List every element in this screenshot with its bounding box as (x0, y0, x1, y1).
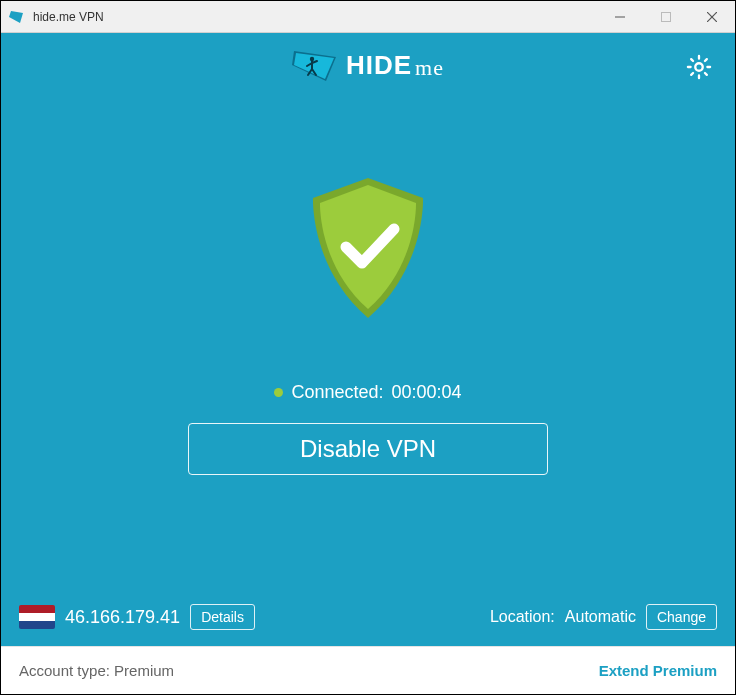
main-content: HIDEme Connected: 00:00: (1, 33, 735, 646)
extend-premium-link[interactable]: Extend Premium (599, 662, 717, 679)
maximize-button[interactable] (643, 1, 689, 32)
svg-point-8 (695, 63, 702, 70)
brand-name: HIDE (346, 50, 412, 81)
status-duration: 00:00:04 (392, 382, 462, 403)
toggle-vpn-button[interactable]: Disable VPN (188, 423, 548, 475)
shield-icon (298, 173, 438, 327)
account-value: Premium (114, 662, 174, 679)
footer: Account type: Premium Extend Premium (1, 646, 735, 694)
header-row: HIDEme (1, 33, 735, 83)
brand-text: HIDEme (346, 50, 444, 81)
location-value: Automatic (565, 608, 636, 626)
close-button[interactable] (689, 1, 735, 32)
app-icon (9, 9, 25, 25)
change-location-button[interactable]: Change (646, 604, 717, 630)
account-type: Account type: Premium (19, 662, 174, 679)
location-group: Location: Automatic Change (490, 604, 717, 630)
brand-suffix: me (415, 55, 444, 81)
titlebar: hide.me VPN (1, 1, 735, 33)
ip-group: 46.166.179.41 Details (19, 604, 255, 630)
status-indicator-dot (274, 388, 283, 397)
ip-address: 46.166.179.41 (65, 607, 180, 628)
connection-status: Connected: 00:00:04 (274, 382, 461, 403)
svg-marker-0 (9, 11, 23, 23)
bottom-row: 46.166.179.41 Details Location: Automati… (1, 604, 735, 630)
window-controls (597, 1, 735, 32)
settings-button[interactable] (685, 53, 713, 85)
brand-logo: HIDEme (292, 47, 444, 83)
svg-rect-2 (662, 12, 671, 21)
window-title: hide.me VPN (33, 10, 597, 24)
logo-icon (292, 47, 338, 83)
location-label: Location: (490, 608, 555, 626)
country-flag-icon (19, 605, 55, 629)
account-label: Account type: (19, 662, 110, 679)
status-shield-area (298, 173, 438, 327)
app-window: hide.me VPN (0, 0, 736, 695)
details-button[interactable]: Details (190, 604, 255, 630)
minimize-button[interactable] (597, 1, 643, 32)
status-label: Connected: (291, 382, 383, 403)
